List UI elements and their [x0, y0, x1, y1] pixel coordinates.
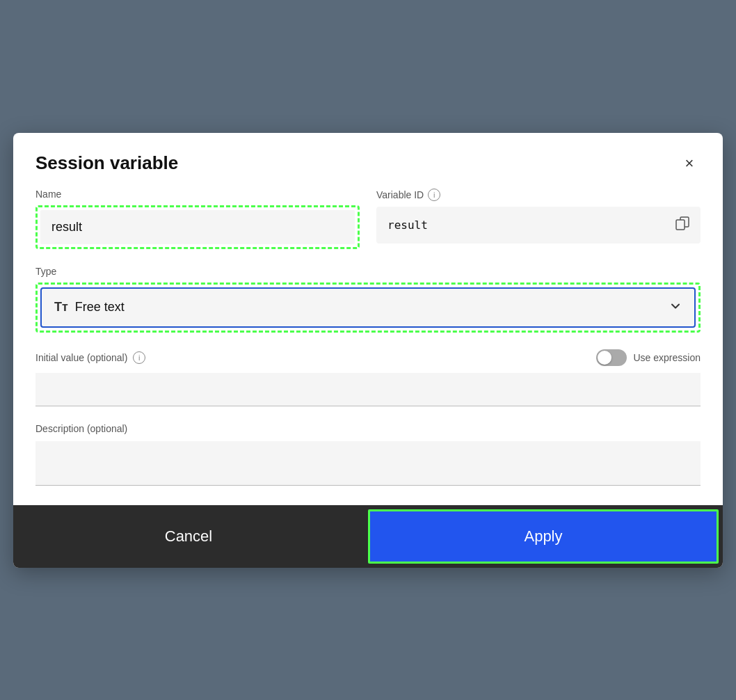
dialog-title: Session variable [35, 152, 178, 174]
type-dropdown-left: Tт Free text [54, 300, 125, 315]
free-text-icon: Tт [54, 300, 68, 315]
variable-id-info-icon: i [428, 189, 440, 201]
dialog-header: Session variable × [13, 133, 723, 189]
use-expression-label: Use expression [634, 352, 701, 363]
copy-icon[interactable] [675, 216, 689, 234]
dialog-body: Name Variable ID i result [13, 189, 723, 505]
initial-value-label-group: Initial value (optional) i [35, 351, 145, 364]
description-input[interactable] [35, 441, 701, 486]
type-section: Type Tт Free text [35, 266, 701, 333]
description-section: Description (optional) [35, 423, 701, 488]
session-variable-dialog: Session variable × Name Variable ID i [13, 133, 723, 568]
initial-value-input[interactable] [35, 373, 701, 406]
name-field-group: Name [35, 189, 360, 249]
chevron-down-icon [669, 300, 682, 315]
dialog-footer: Cancel Apply [13, 505, 723, 568]
name-variable-row: Name Variable ID i result [35, 189, 701, 249]
type-dropdown-highlight: Tт Free text [35, 283, 701, 333]
variable-id-label: Variable ID i [376, 189, 701, 201]
variable-id-display: result [376, 207, 701, 244]
type-selected-value: Free text [75, 300, 125, 315]
type-dropdown[interactable]: Tт Free text [40, 287, 696, 328]
svg-rect-1 [676, 220, 685, 230]
apply-button-wrapper: Apply [364, 505, 723, 568]
name-label: Name [35, 189, 360, 200]
initial-value-label: Initial value (optional) [35, 352, 127, 363]
close-button[interactable]: × [678, 152, 701, 175]
name-field-highlight [35, 205, 360, 249]
initial-value-header: Initial value (optional) i Use expressio… [35, 349, 701, 366]
use-expression-toggle[interactable] [596, 349, 627, 366]
variable-id-field-group: Variable ID i result [376, 189, 701, 249]
use-expression-group: Use expression [596, 349, 701, 366]
cancel-button[interactable]: Cancel [13, 505, 364, 568]
type-label: Type [35, 266, 701, 277]
variable-id-value: result [387, 218, 667, 232]
name-input[interactable] [40, 210, 355, 244]
initial-value-section: Initial value (optional) i Use expressio… [35, 349, 701, 406]
apply-button[interactable]: Apply [368, 509, 719, 564]
description-label: Description (optional) [35, 423, 701, 434]
initial-value-info-icon: i [133, 351, 145, 364]
